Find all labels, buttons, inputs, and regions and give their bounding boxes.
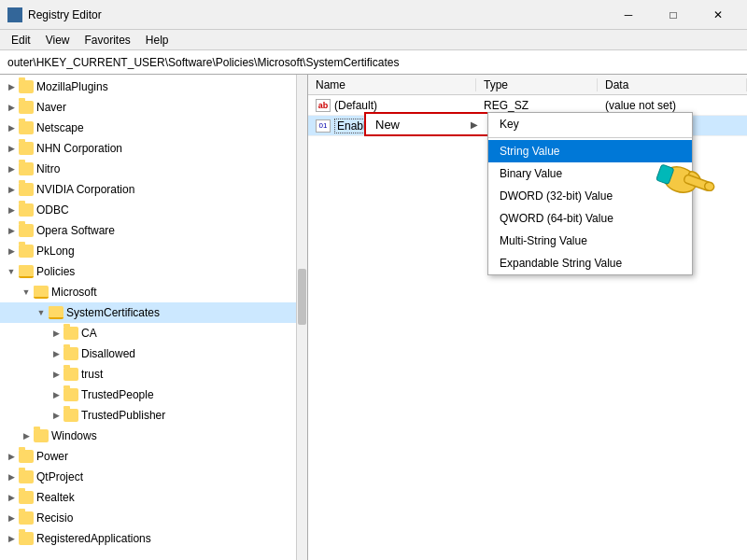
folder-icon (19, 203, 34, 217)
tree-item-trust[interactable]: ▶ trust (0, 364, 307, 385)
tree-label: TrustedPublisher (81, 409, 165, 422)
minimize-button[interactable]: ─ (607, 0, 650, 30)
tree-label: MozillaPlugins (36, 80, 108, 93)
tree-label: QtProject (36, 470, 83, 483)
main-content: ▶ MozillaPlugins ▶ Naver ▶ Netscape ▶ NH… (0, 75, 747, 560)
tree-label: Recisio (36, 511, 73, 525)
col-header-type: Type (476, 78, 598, 91)
tree-label: Realtek (36, 491, 75, 504)
tree-item[interactable]: ▶ Naver (0, 97, 307, 118)
tree-label: Nitro (36, 162, 60, 175)
tree-item-microsoft[interactable]: ▼ Microsoft (0, 282, 307, 302)
address-path: outer\HKEY_CURRENT_USER\Software\Policie… (7, 56, 399, 69)
tree-item-registeredapps[interactable]: ▶ RegisteredApplications (0, 528, 307, 549)
expand-icon: ▼ (19, 285, 34, 300)
tree-label: PkLong (36, 245, 75, 258)
tree-scrollbar[interactable] (296, 75, 307, 560)
menu-help[interactable]: Help (138, 32, 176, 49)
tree-item-recisio[interactable]: ▶ Recisio (0, 508, 307, 528)
tree-label: Disallowed (81, 347, 135, 360)
tree-item-realtek[interactable]: ▶ Realtek (0, 487, 307, 508)
tree-item-power[interactable]: ▶ Power (0, 446, 307, 467)
folder-icon (19, 511, 34, 525)
tree-label: Windows (51, 429, 97, 442)
expand-icon: ▼ (34, 305, 49, 320)
expand-icon: ▶ (4, 182, 19, 197)
submenu-item-multistring-value[interactable]: Multi-String Value (488, 230, 692, 252)
submenu-item-qword-value[interactable]: QWORD (64-bit) Value (488, 207, 692, 230)
folder-icon (19, 162, 34, 175)
submenu-item-string-value[interactable]: String Value (488, 140, 692, 162)
submenu-item-expandable-string-value[interactable]: Expandable String Value (488, 252, 692, 274)
expand-icon: ▶ (49, 346, 63, 361)
folder-icon (34, 429, 49, 442)
expand-icon: ▶ (49, 408, 63, 423)
expand-icon: ▶ (4, 100, 19, 115)
menu-bar: Edit View Favorites Help (0, 30, 747, 50)
scrollbar-thumb[interactable] (298, 269, 306, 325)
tree-label: Naver (36, 101, 66, 114)
folder-icon (19, 183, 34, 196)
folder-icon (19, 101, 34, 114)
tree-item[interactable]: ▶ Nitro (0, 159, 307, 179)
tree-item[interactable]: ▶ Netscape (0, 118, 307, 138)
expand-icon: ▶ (4, 120, 19, 135)
folder-icon (19, 142, 34, 155)
expand-icon: ▶ (4, 469, 19, 484)
tree-item[interactable]: ▶ Opera Software (0, 220, 307, 241)
folder-icon (19, 532, 34, 545)
expand-icon: ▶ (4, 141, 19, 156)
menu-view[interactable]: View (38, 32, 78, 49)
tree-item-qtproject[interactable]: ▶ QtProject (0, 467, 307, 487)
folder-icon (19, 224, 34, 237)
tree-item[interactable]: ▶ PkLong (0, 241, 307, 261)
tree-item[interactable]: ▶ NVIDIA Corporation (0, 179, 307, 200)
tree-label: Policies (36, 265, 75, 278)
folder-icon (19, 450, 34, 463)
folder-open-icon (19, 265, 34, 278)
submenu-item-label: Expandable String Value (500, 257, 622, 270)
tree-content: ▶ MozillaPlugins ▶ Naver ▶ Netscape ▶ NH… (0, 75, 307, 551)
tree-label: Power (36, 450, 68, 463)
expand-icon: ▶ (4, 223, 19, 238)
tree-label: CA (81, 327, 97, 340)
tree-item[interactable]: ▶ NHN Corporation (0, 138, 307, 159)
tree-item-disallowed[interactable]: ▶ Disallowed (0, 343, 307, 364)
tree-item-trustedpeople[interactable]: ▶ TrustedPeople (0, 385, 307, 405)
new-label: New (375, 118, 400, 132)
col-header-data: Data (598, 78, 747, 91)
svg-point-3 (703, 181, 714, 192)
title-bar-controls: ─ □ ✕ (607, 0, 740, 30)
submenu-item-label: Multi-String Value (500, 234, 587, 247)
folder-icon (19, 80, 34, 93)
new-button[interactable]: New ▶ (364, 112, 489, 136)
submenu-separator (488, 137, 692, 138)
maximize-button[interactable]: □ (652, 0, 695, 30)
submenu-item-key[interactable]: Key (488, 113, 692, 135)
tree-item-ca[interactable]: ▶ CA (0, 323, 307, 343)
folder-icon (63, 347, 78, 360)
menu-edit[interactable]: Edit (4, 32, 38, 49)
tree-item[interactable]: ▶ MozillaPlugins (0, 77, 307, 97)
menu-favorites[interactable]: Favorites (77, 32, 137, 49)
expand-icon: ▶ (4, 449, 19, 464)
tree-label: NVIDIA Corporation (36, 183, 134, 196)
submenu-item-label: DWORD (32-bit) Value (500, 189, 613, 203)
submenu-item-dword-value[interactable]: DWORD (32-bit) Value (488, 185, 692, 207)
tree-item-windows[interactable]: ▶ Windows (0, 426, 307, 446)
row-icon-ab: ab (316, 99, 331, 112)
address-bar: outer\HKEY_CURRENT_USER\Software\Policie… (0, 50, 747, 75)
expand-icon: ▶ (4, 531, 19, 546)
expand-icon: ▶ (4, 79, 19, 94)
tree-item[interactable]: ▶ ODBC (0, 200, 307, 220)
folder-icon (19, 121, 34, 134)
folder-icon (19, 470, 34, 483)
tree-item-policies[interactable]: ▼ Policies (0, 261, 307, 282)
tree-label: Opera Software (36, 224, 115, 237)
close-button[interactable]: ✕ (697, 0, 740, 30)
tree-label: RegisteredApplications (36, 532, 151, 545)
tree-item-systemcertificates[interactable]: ▼ SystemCertificates (0, 302, 307, 323)
tree-item-trustedpublisher[interactable]: ▶ TrustedPublisher (0, 405, 307, 426)
folder-open-icon (49, 306, 63, 319)
submenu-item-binary-value[interactable]: Binary Value (488, 162, 692, 185)
